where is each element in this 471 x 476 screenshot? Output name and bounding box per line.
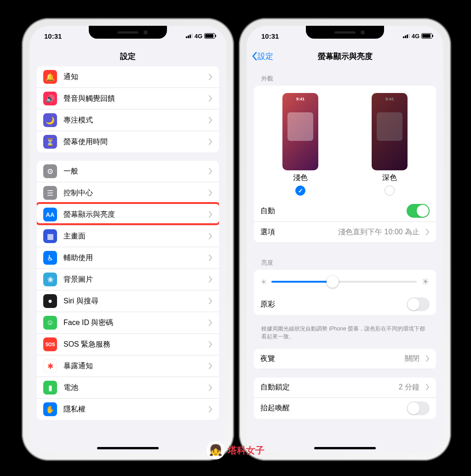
- settings-row-apps[interactable]: ▦主畫面: [37, 226, 219, 247]
- row-label: Siri 與搜尋: [63, 296, 202, 306]
- textsize-icon: AA: [43, 208, 57, 221]
- chevron-right-icon: [209, 384, 213, 391]
- settings-row-siri[interactable]: ●Siri 與搜尋: [37, 290, 219, 312]
- row-label: 背景圖片: [63, 275, 202, 284]
- dark-thumbnail: 9:41: [372, 93, 408, 170]
- settings-row-bell[interactable]: 🔔通知: [37, 66, 219, 88]
- dark-check-icon[interactable]: [385, 186, 395, 196]
- watermark-text: 塔科女子: [228, 444, 264, 457]
- brightness-slider[interactable]: [271, 281, 417, 283]
- chevron-right-icon: [209, 95, 213, 102]
- autolock-row[interactable]: 自動鎖定 2 分鐘: [254, 377, 436, 398]
- truetone-label: 原彩: [260, 300, 400, 309]
- options-row[interactable]: 選項 淺色直到下午 10:00 為止: [254, 222, 436, 242]
- signal-icon: [403, 34, 410, 38]
- back-button[interactable]: 設定: [251, 51, 273, 62]
- row-label: 電池: [63, 383, 202, 393]
- sun-large-icon: ☀︎: [421, 276, 430, 287]
- raise-row[interactable]: 抬起喚醒: [254, 398, 436, 419]
- auto-row[interactable]: 自動: [254, 200, 436, 222]
- nav-header-left: 設定: [29, 46, 226, 66]
- accessibility-icon: ♿︎: [43, 251, 57, 265]
- chevron-right-icon: [426, 355, 430, 362]
- truetone-footnote: 根據周圍光線狀況自動調整 iPhone 螢幕，讓色彩在不同的環境下都看起來一致。: [254, 323, 436, 349]
- chevron-right-icon: [209, 341, 213, 348]
- chevron-right-icon: [209, 319, 213, 326]
- screen-left: 10:31 4G 設定 🔔通知🔊聲音與觸覺回饋🌙專注模式⏳螢幕使用時間 ⚙︎一般…: [29, 26, 226, 453]
- raise-toggle[interactable]: [407, 401, 430, 415]
- page-title: 設定: [120, 51, 136, 62]
- dark-label: 深色: [382, 173, 397, 183]
- siri-icon: ●: [43, 294, 57, 308]
- home-indicator[interactable]: [314, 447, 376, 449]
- chevron-right-icon: [209, 139, 213, 145]
- settings-row-speaker[interactable]: 🔊聲音與觸覺回饋: [37, 88, 219, 110]
- settings-row-hand[interactable]: ✋隱私權: [37, 399, 219, 420]
- chevron-right-icon: [209, 74, 213, 80]
- truetone-row[interactable]: 原彩: [254, 294, 436, 315]
- home-indicator[interactable]: [97, 447, 159, 449]
- chevron-right-icon: [209, 233, 213, 239]
- appearance-header: 外觀: [254, 66, 436, 86]
- chevron-right-icon: [209, 406, 213, 412]
- autolock-value: 2 分鐘: [399, 383, 419, 392]
- settings-row-faceid[interactable]: ☺Face ID 與密碼: [37, 312, 219, 334]
- settings-row-gear[interactable]: ⚙︎一般: [37, 161, 219, 182]
- speaker-icon: 🔊: [43, 92, 57, 105]
- row-label: 螢幕使用時間: [63, 137, 202, 147]
- settings-row-switches[interactable]: ☰控制中心: [37, 182, 219, 204]
- sun-small-icon: ☀︎: [260, 278, 267, 286]
- brightness-header: 亮度: [254, 250, 436, 270]
- battery-icon: [204, 33, 215, 39]
- phone-frame-right: 10:31 4G 設定 螢幕顯示與亮度 外觀 9:41 淺色: [239, 18, 451, 460]
- appearance-dark-option[interactable]: 9:41 深色: [372, 93, 408, 196]
- notch: [306, 26, 384, 39]
- settings-row-sos[interactable]: SOSSOS 緊急服務: [37, 334, 219, 355]
- chevron-right-icon: [209, 117, 213, 123]
- page-title: 螢幕顯示與亮度: [318, 51, 373, 62]
- light-label: 淺色: [293, 173, 308, 183]
- watermark: 👧 塔科女子: [207, 441, 264, 459]
- brightness-slider-row[interactable]: ☀︎ ☀︎: [254, 270, 436, 294]
- chevron-right-icon: [209, 363, 213, 369]
- screen-right: 10:31 4G 設定 螢幕顯示與亮度 外觀 9:41 淺色: [247, 26, 443, 453]
- signal-icon: [186, 34, 193, 38]
- wallpaper-icon: ❀: [43, 273, 57, 286]
- apps-icon: ▦: [43, 229, 57, 243]
- battery-icon: ▮: [43, 381, 57, 395]
- row-label: 聲音與觸覺回饋: [63, 94, 202, 104]
- auto-label: 自動: [260, 206, 400, 216]
- chevron-right-icon: [426, 229, 430, 235]
- row-label: 暴露通知: [63, 361, 202, 371]
- appearance-light-option[interactable]: 9:41 淺色: [282, 93, 318, 196]
- settings-row-battery[interactable]: ▮電池: [37, 377, 219, 399]
- chevron-right-icon: [209, 255, 213, 261]
- settings-row-accessibility[interactable]: ♿︎輔助使用: [37, 247, 219, 269]
- chevron-right-icon: [209, 190, 213, 196]
- settings-row-moon[interactable]: 🌙專注模式: [37, 110, 219, 131]
- nav-header-right: 設定 螢幕顯示與亮度: [247, 46, 443, 66]
- watermark-avatar-icon: 👧: [207, 441, 225, 459]
- bell-icon: 🔔: [43, 70, 57, 84]
- chevron-right-icon: [209, 298, 213, 304]
- options-label: 選項: [260, 227, 332, 237]
- auto-toggle[interactable]: [407, 204, 430, 218]
- row-label: 控制中心: [63, 188, 202, 198]
- chevron-right-icon: [209, 168, 213, 174]
- settings-row-textsize[interactable]: AA螢幕顯示與亮度: [37, 204, 219, 226]
- nightshift-label: 夜覽: [260, 354, 398, 364]
- nightshift-row[interactable]: 夜覽 關閉: [254, 349, 436, 369]
- truetone-toggle[interactable]: [407, 297, 430, 311]
- row-label: Face ID 與密碼: [63, 318, 202, 328]
- settings-row-hourglass[interactable]: ⏳螢幕使用時間: [37, 131, 219, 152]
- chevron-right-icon: [209, 276, 213, 283]
- carrier-label: 4G: [412, 33, 419, 40]
- chevron-right-icon: [209, 211, 213, 218]
- settings-row-exposure[interactable]: ✱暴露通知: [37, 355, 219, 377]
- faceid-icon: ☺: [43, 316, 57, 330]
- settings-row-wallpaper[interactable]: ❀背景圖片: [37, 269, 219, 290]
- light-check-icon[interactable]: [295, 186, 305, 196]
- row-label: 通知: [63, 72, 202, 82]
- autolock-label: 自動鎖定: [260, 383, 392, 392]
- battery-icon: [421, 33, 432, 39]
